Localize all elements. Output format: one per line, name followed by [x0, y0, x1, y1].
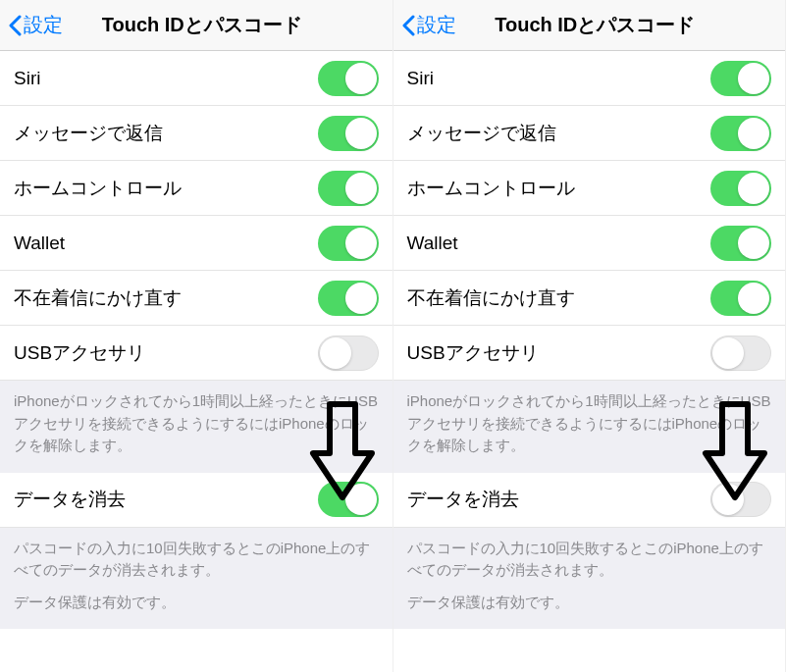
row-reply-message: メッセージで返信 [393, 106, 786, 161]
label-reply-message: メッセージで返信 [407, 121, 556, 146]
footer-erase-text1: パスコードの入力に10回失敗するとこのiPhone上のすべてのデータが消去されま… [407, 538, 772, 582]
row-wallet: Wallet [0, 216, 393, 271]
nav-header: 設定 Touch IDとパスコード [0, 0, 393, 51]
row-home-control: ホームコントロール [0, 161, 393, 216]
settings-panel-left: 設定 Touch IDとパスコード Siri メッセージで返信 ホームコントロー… [0, 0, 393, 672]
toggle-erase-data[interactable] [710, 482, 771, 517]
toggle-wallet[interactable] [710, 226, 771, 261]
toggle-return-missed[interactable] [710, 281, 771, 316]
label-home-control: ホームコントロール [407, 176, 575, 201]
toggle-reply-message[interactable] [710, 116, 771, 151]
footer-erase-text2: データ保護は有効です。 [407, 592, 772, 614]
toggle-erase-data[interactable] [318, 482, 379, 517]
footer-usb-text: iPhoneがロックされてから1時間以上経ったときにUSBアクセサリを接続できる… [14, 390, 379, 457]
label-usb-accessory: USBアクセサリ [14, 340, 145, 366]
footer-usb: iPhoneがロックされてから1時間以上経ったときにUSBアクセサリを接続できる… [0, 381, 393, 473]
page-title: Touch IDとパスコード [413, 12, 778, 38]
label-home-control: ホームコントロール [14, 176, 182, 201]
footer-erase: パスコードの入力に10回失敗するとこのiPhone上のすべてのデータが消去されま… [393, 528, 786, 630]
row-usb-accessory: USBアクセサリ [0, 326, 393, 381]
toggle-home-control[interactable] [710, 171, 771, 206]
toggle-wallet[interactable] [318, 226, 379, 261]
footer-erase-text1: パスコードの入力に10回失敗するとこのiPhone上のすべてのデータが消去されま… [14, 538, 379, 582]
label-return-missed: 不在着信にかけ直す [14, 285, 182, 311]
toggle-home-control[interactable] [318, 171, 379, 206]
nav-header: 設定 Touch IDとパスコード [393, 0, 786, 51]
label-wallet: Wallet [14, 233, 65, 254]
footer-erase: パスコードの入力に10回失敗するとこのiPhone上のすべてのデータが消去されま… [0, 528, 393, 630]
row-usb-accessory: USBアクセサリ [393, 326, 786, 381]
label-reply-message: メッセージで返信 [14, 121, 163, 146]
page-title: Touch IDとパスコード [20, 12, 385, 38]
row-return-missed: 不在着信にかけ直す [0, 271, 393, 326]
toggle-reply-message[interactable] [318, 116, 379, 151]
row-wallet: Wallet [393, 216, 786, 271]
row-erase-data: データを消去 [0, 473, 393, 528]
label-siri: Siri [407, 68, 434, 89]
label-erase-data: データを消去 [14, 487, 126, 512]
toggle-siri[interactable] [318, 61, 379, 96]
row-erase-data: データを消去 [393, 473, 786, 528]
toggle-usb-accessory[interactable] [710, 336, 771, 371]
label-usb-accessory: USBアクセサリ [407, 340, 539, 366]
label-erase-data: データを消去 [407, 487, 519, 512]
label-siri: Siri [14, 68, 40, 89]
row-return-missed: 不在着信にかけ直す [393, 271, 786, 326]
label-wallet: Wallet [407, 233, 458, 254]
toggle-return-missed[interactable] [318, 281, 379, 316]
label-return-missed: 不在着信にかけ直す [407, 285, 575, 311]
toggle-usb-accessory[interactable] [318, 336, 379, 371]
footer-usb-text: iPhoneがロックされてから1時間以上経ったときにUSBアクセサリを接続できる… [407, 390, 772, 457]
row-siri: Siri [393, 51, 786, 106]
toggle-siri[interactable] [710, 61, 771, 96]
settings-panel-right: 設定 Touch IDとパスコード Siri メッセージで返信 ホームコントロー… [393, 0, 787, 672]
footer-usb: iPhoneがロックされてから1時間以上経ったときにUSBアクセサリを接続できる… [393, 381, 786, 473]
footer-erase-text2: データ保護は有効です。 [14, 592, 379, 614]
row-home-control: ホームコントロール [393, 161, 786, 216]
row-reply-message: メッセージで返信 [0, 106, 393, 161]
row-siri: Siri [0, 51, 393, 106]
